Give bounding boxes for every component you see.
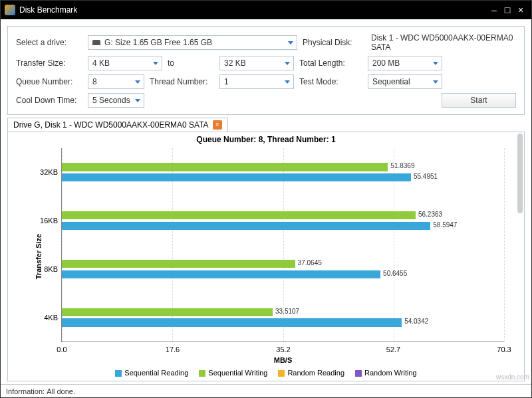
result-tab-label: Drive G, Disk 1 - WDC WD5000AAKX-00ERMA0… xyxy=(13,120,209,130)
thread-number-dropdown[interactable]: 1 xyxy=(219,74,294,89)
legend-rand-read: Random Reading xyxy=(278,369,344,377)
queue-number-label: Queue Number: xyxy=(16,77,82,86)
start-button[interactable]: Start xyxy=(442,93,516,108)
x-tick: 35.2 xyxy=(276,346,290,353)
thread-number-label: Thread Number: xyxy=(150,77,214,86)
title-bar: Disk Benchmark – □ × xyxy=(1,1,531,19)
chart-legend: Sequential Reading Sequential Writing Ra… xyxy=(8,369,524,377)
bar-seq-write xyxy=(62,260,295,268)
select-drive-dropdown[interactable]: G: Size 1.65 GB Free 1.65 GB xyxy=(88,35,297,50)
chart-area: Queue Number: 8, Thread Number: 1 Transf… xyxy=(7,132,525,381)
to-label: to xyxy=(168,58,214,68)
legend-seq-write-label: Sequential Writing xyxy=(208,369,267,377)
bar-seq-write xyxy=(62,308,273,316)
close-button[interactable]: × xyxy=(514,5,527,15)
bar-seq-write xyxy=(62,163,388,171)
queue-number-value: 8 xyxy=(92,77,97,86)
bar-label: 33.5107 xyxy=(275,308,299,315)
result-tab[interactable]: Drive G, Disk 1 - WDC WD5000AAKX-00ERMA0… xyxy=(7,118,228,132)
test-mode-dropdown[interactable]: Sequential xyxy=(368,74,442,89)
physical-disk-value: Disk 1 - WDC WD5000AAKX-00ERMA0 SATA xyxy=(371,33,516,52)
bar-label: 37.0645 xyxy=(298,259,322,266)
legend-seq-read: Sequential Reading xyxy=(115,369,188,377)
x-axis-label: MB/S xyxy=(274,356,293,364)
transfer-size-from-dropdown[interactable]: 4 KB xyxy=(88,56,162,70)
y-tick: 8KB xyxy=(39,265,58,273)
watermark: wsxdn.com xyxy=(496,373,529,381)
chart-title: Queue Number: 8, Thread Number: 1 xyxy=(8,132,524,147)
legend-rand-write-label: Random Writing xyxy=(364,369,417,377)
legend-rand-read-label: Random Reading xyxy=(287,369,344,377)
y-tick: 16KB xyxy=(39,217,58,225)
status-label: Information: xyxy=(6,387,45,395)
chart-scrollbar[interactable] xyxy=(517,134,523,379)
bar-label: 50.6455 xyxy=(383,270,407,277)
y-tick: 4KB xyxy=(39,314,58,322)
cool-down-value: 5 Seconds xyxy=(92,96,130,105)
bar-seq-write xyxy=(62,211,416,219)
tab-close-button[interactable]: × xyxy=(213,120,222,130)
x-tick: 0.0 xyxy=(57,346,66,353)
start-button-label: Start xyxy=(470,96,487,105)
legend-rand-write: Random Writing xyxy=(355,369,417,377)
transfer-size-label: Transfer Size: xyxy=(16,58,82,68)
queue-number-dropdown[interactable]: 8 xyxy=(88,74,144,89)
test-mode-value: Sequential xyxy=(372,77,410,86)
thread-number-value: 1 xyxy=(224,77,229,86)
bar-label: 56.2363 xyxy=(418,211,442,218)
legend-seq-read-label: Sequential Reading xyxy=(124,369,188,377)
test-mode-label: Test Mode: xyxy=(299,77,362,86)
cool-down-dropdown[interactable]: 5 Seconds xyxy=(88,93,144,108)
bar-seq-read xyxy=(62,173,411,181)
transfer-size-to-dropdown[interactable]: 32 KB xyxy=(219,56,294,70)
status-bar: Information: All done. xyxy=(1,384,531,397)
transfer-size-from-value: 4 KB xyxy=(92,58,110,68)
controls-panel: Select a drive: G: Size 1.65 GB Free 1.6… xyxy=(7,26,525,115)
bar-seq-read xyxy=(62,318,402,326)
bar-label: 58.5947 xyxy=(433,221,457,229)
physical-disk-label: Physical Disk: xyxy=(303,38,366,47)
transfer-size-to-value: 32 KB xyxy=(224,58,246,68)
x-tick: 17.6 xyxy=(166,346,180,353)
minimize-button[interactable]: – xyxy=(487,5,501,15)
legend-seq-write: Sequential Writing xyxy=(199,369,267,377)
x-tick: 70.3 xyxy=(497,346,511,353)
total-length-label: Total Length: xyxy=(299,58,362,68)
scrollbar-thumb[interactable] xyxy=(517,134,523,213)
app-window: Disk Benchmark – □ × Select a drive: G: … xyxy=(0,0,532,398)
total-length-value: 200 MB xyxy=(372,58,400,68)
total-length-dropdown[interactable]: 200 MB xyxy=(368,56,442,70)
select-drive-label: Select a drive: xyxy=(16,38,82,47)
bar-seq-read xyxy=(62,270,380,278)
app-icon xyxy=(5,5,15,15)
bar-seq-read xyxy=(62,222,430,230)
bar-label: 54.0342 xyxy=(404,318,428,325)
select-drive-value: G: Size 1.65 GB Free 1.65 GB xyxy=(104,38,212,47)
cool-down-label: Cool Down Time: xyxy=(16,96,82,105)
maximize-button[interactable]: □ xyxy=(501,5,514,15)
x-tick: 52.7 xyxy=(386,346,400,353)
bar-label: 51.8369 xyxy=(390,162,414,169)
y-tick: 32KB xyxy=(39,168,58,176)
window-title: Disk Benchmark xyxy=(19,5,77,15)
bar-label: 55.4951 xyxy=(414,173,438,180)
drive-icon xyxy=(92,40,100,45)
status-value: All done. xyxy=(47,387,75,395)
chart-plot: 0.017.635.252.770.3MB/S32KB51.836955.495… xyxy=(61,148,504,342)
tab-bar: Drive G, Disk 1 - WDC WD5000AAKX-00ERMA0… xyxy=(7,118,525,132)
